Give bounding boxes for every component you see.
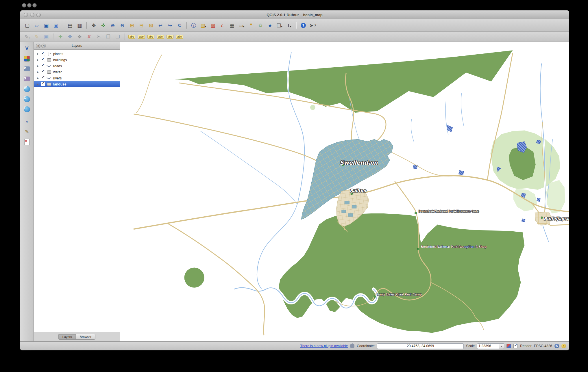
layer-visibility-checkbox[interactable]: ✓ bbox=[41, 52, 45, 56]
measure-button[interactable]: ▭▾ bbox=[237, 21, 246, 29]
add-wms-layer-button[interactable]: W bbox=[23, 85, 31, 93]
pan-to-selection-button[interactable]: ✜ bbox=[99, 21, 108, 29]
save-project-button[interactable]: ▣ bbox=[42, 21, 51, 29]
deselect-features-button[interactable]: ▨ bbox=[208, 21, 217, 29]
tab-browser[interactable]: Browser bbox=[76, 334, 95, 340]
highlight-pinned-labels-button[interactable]: abc bbox=[146, 33, 156, 41]
refresh-map-button[interactable]: ↻ bbox=[175, 21, 184, 29]
layer-row-water[interactable]: ▶ ✓ water bbox=[34, 69, 120, 75]
layer-row-rivers[interactable]: ▶ ✓ rivers bbox=[34, 75, 120, 81]
add-vector-layer-button[interactable]: V bbox=[23, 44, 31, 53]
text-annotation-icon: T bbox=[287, 23, 290, 28]
layer-row-places[interactable]: ▶ ✓ places bbox=[34, 51, 120, 57]
move-feature-button[interactable]: ✥ bbox=[65, 33, 75, 41]
pan-map-button[interactable]: ✥ bbox=[89, 21, 98, 29]
scissors-icon: ✂ bbox=[97, 34, 101, 39]
toggle-editing-button[interactable]: ✎ bbox=[32, 33, 41, 41]
zoom-last-button[interactable]: ↩ bbox=[156, 21, 165, 29]
expand-triangle-icon[interactable]: ▶ bbox=[36, 77, 39, 79]
layer-visibility-checkbox[interactable]: ✓ bbox=[41, 58, 45, 62]
map-canvas[interactable]: Swellendam Railton Buffeljagsrivier Bont… bbox=[120, 42, 569, 341]
copy-features-button[interactable]: ❐ bbox=[103, 33, 113, 41]
zoom-full-extent-button[interactable]: ⊞ bbox=[127, 21, 136, 29]
plugin-icon[interactable] bbox=[350, 344, 354, 348]
move-label-button[interactable]: abc bbox=[156, 33, 165, 41]
expand-triangle-icon[interactable]: ▶ bbox=[36, 59, 39, 61]
zoom-out-button[interactable]: ⊖ bbox=[118, 21, 127, 29]
log-messages-icon[interactable]: ! bbox=[561, 344, 566, 348]
layer-visibility-checkbox[interactable]: ✓ bbox=[41, 82, 45, 86]
add-vector-layer-icon: V bbox=[25, 46, 28, 51]
remove-layer-button[interactable]: ✕ bbox=[23, 137, 31, 146]
add-wcs-layer-button[interactable]: C bbox=[23, 95, 31, 103]
panel-close-button[interactable]: ✕ bbox=[36, 44, 40, 48]
pan-hand-icon: ✥ bbox=[92, 23, 96, 28]
epsilon-expression-icon: ε bbox=[221, 23, 223, 28]
close-button[interactable] bbox=[24, 13, 28, 17]
expand-triangle-icon[interactable]: ▶ bbox=[36, 83, 39, 85]
title-bar[interactable]: QGIS 2.0.1-Dufour – basic_map bbox=[20, 10, 569, 19]
open-project-button[interactable]: ▱ bbox=[32, 21, 41, 29]
map-tips-button[interactable]: ❞ bbox=[246, 21, 256, 29]
select-by-expression-button[interactable]: ε bbox=[218, 21, 227, 29]
layer-row-roads[interactable]: ▶ ✓ roads bbox=[34, 63, 120, 69]
minimize-button[interactable] bbox=[30, 13, 34, 17]
render-checkbox[interactable]: ✓ bbox=[513, 344, 518, 348]
add-delimited-text-layer-button[interactable]: , bbox=[23, 115, 31, 126]
zoom-next-button[interactable]: ↪ bbox=[165, 21, 175, 29]
zoom-to-selection-button[interactable]: ⊟ bbox=[137, 21, 146, 29]
new-bookmark-button[interactable]: ✩ bbox=[256, 21, 265, 29]
layer-name: water bbox=[53, 70, 62, 74]
zoom-in-button[interactable]: ⊕ bbox=[108, 21, 117, 29]
layer-labeling-options-button[interactable]: abc bbox=[127, 33, 136, 41]
help-button[interactable]: ? bbox=[299, 21, 308, 29]
layer-visibility-checkbox[interactable]: ✓ bbox=[41, 70, 45, 74]
panel-float-button[interactable]: ◻ bbox=[41, 44, 46, 48]
layer-visibility-checkbox[interactable]: ✓ bbox=[41, 76, 45, 80]
zoom-window-button[interactable] bbox=[36, 13, 41, 17]
forest-polygon bbox=[175, 50, 513, 113]
new-plugin-link[interactable]: There is a new plugin available bbox=[300, 344, 348, 348]
add-raster-layer-button[interactable] bbox=[23, 54, 31, 63]
layer-row-buildings[interactable]: ▶ ✓ buildings bbox=[34, 57, 120, 63]
add-postgis-layer-button[interactable]: P bbox=[23, 64, 31, 73]
crs-status-icon[interactable]: ⊕ bbox=[554, 344, 559, 348]
select-features-button[interactable]: ▧▾ bbox=[199, 21, 208, 29]
scale-input[interactable] bbox=[477, 343, 499, 349]
layer-row-landuse[interactable]: ▶ ✓ landuse bbox=[34, 81, 120, 87]
expand-triangle-icon[interactable]: ▶ bbox=[36, 53, 39, 55]
cut-features-button[interactable]: ✂ bbox=[94, 33, 103, 41]
save-layer-edits-button[interactable]: ▣ bbox=[42, 33, 51, 41]
save-project-as-button[interactable]: ▣ bbox=[51, 21, 60, 29]
delete-selected-button[interactable]: ✘ bbox=[84, 33, 94, 41]
text-annotation-button[interactable]: T▾ bbox=[284, 21, 294, 29]
zoom-to-layer-button[interactable]: ⊠ bbox=[146, 21, 156, 29]
annotation-button[interactable]: ❏▾ bbox=[275, 21, 284, 29]
polygon-layer-icon bbox=[47, 70, 52, 74]
add-wfs-layer-button[interactable]: F bbox=[23, 105, 31, 114]
add-spatialite-layer-button[interactable]: S bbox=[23, 75, 31, 83]
scale-dropdown-arrow-icon[interactable]: ▾ bbox=[499, 343, 504, 349]
composer-manager-button[interactable]: ▥ bbox=[75, 21, 84, 29]
open-attribute-table-button[interactable]: ▦ bbox=[227, 21, 236, 29]
new-print-composer-button[interactable]: ▤ bbox=[65, 21, 75, 29]
show-bookmarks-button[interactable]: ★ bbox=[265, 21, 275, 29]
whats-this-button[interactable]: ➤? bbox=[308, 21, 317, 29]
layer-visibility-checkbox[interactable]: ✓ bbox=[41, 64, 45, 68]
abc-move-label-icon: abc bbox=[157, 35, 164, 39]
identify-features-button[interactable]: ⓘ bbox=[189, 21, 198, 29]
current-edits-button[interactable]: ✎▾ bbox=[23, 33, 32, 41]
add-feature-button[interactable]: ✚ bbox=[56, 33, 65, 41]
new-shapefile-layer-button[interactable]: ✎ bbox=[23, 127, 31, 136]
pin-unpin-labels-button[interactable]: abc bbox=[137, 33, 146, 41]
paste-features-button[interactable]: ❒ bbox=[113, 33, 122, 41]
tab-layers[interactable]: Layers bbox=[58, 334, 76, 340]
new-project-button[interactable]: ▢ bbox=[23, 21, 32, 29]
coordinate-input[interactable] bbox=[377, 343, 464, 349]
rotate-label-button[interactable]: abc bbox=[165, 33, 175, 41]
node-tool-button[interactable]: ❖ bbox=[75, 33, 84, 41]
expand-triangle-icon[interactable]: ▶ bbox=[36, 71, 39, 73]
expand-triangle-icon[interactable]: ▶ bbox=[36, 65, 39, 67]
change-label-button[interactable]: abc bbox=[175, 33, 184, 41]
scale-label: Scale bbox=[466, 344, 475, 348]
